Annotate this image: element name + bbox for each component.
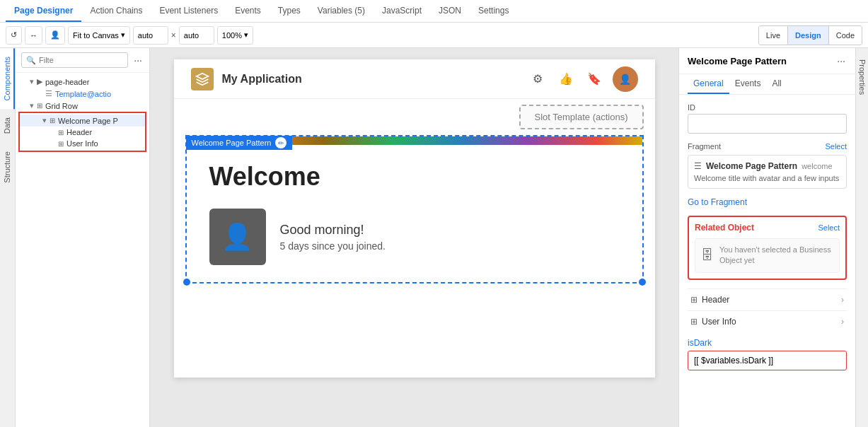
right-panel: Welcome Page Pattern ··· General Events …	[678, 48, 855, 427]
fragment-card: ☰ Welcome Page Pattern welcome Welcome t…	[688, 155, 847, 189]
like-icon[interactable]: 👍	[556, 69, 576, 89]
zoom-select[interactable]: 100% ▾	[217, 26, 253, 45]
user-info-chevron-icon: ›	[841, 317, 844, 327]
welcome-content: Welcome 👤 Good morning! 5 days since you…	[187, 145, 642, 282]
data-tab[interactable]: Data	[0, 109, 15, 142]
related-object-section: Related Object Select 🗄 You haven't sele…	[688, 216, 847, 280]
canvas-area: My Application ⚙ 👍 🔖 👤 Slot Template (ac…	[150, 48, 678, 427]
code-button[interactable]: Code	[829, 26, 862, 45]
right-panel-title: Welcome Page Pattern	[688, 56, 831, 66]
tab-types[interactable]: Types	[270, 0, 309, 22]
id-label: ID	[688, 103, 847, 112]
tab-javascript[interactable]: JavaScript	[374, 0, 430, 22]
user-stat: 5 days since you joined.	[280, 240, 386, 252]
fit-to-canvas-select[interactable]: Fit to Canvas ▾	[68, 26, 130, 45]
user-avatar[interactable]: 👤	[613, 66, 638, 92]
tree-item-grid-row[interactable]: ▾ ⊞ Grid Row	[16, 100, 149, 112]
id-input[interactable]	[688, 114, 847, 134]
tab-json[interactable]: JSON	[430, 0, 470, 22]
user-info-sub-label: User Info	[702, 317, 736, 327]
fragment-section: Fragment Select ☰ Welcome Page Pattern w…	[688, 142, 847, 189]
tab-action-chains[interactable]: Action Chains	[81, 0, 151, 22]
tab-settings[interactable]: Settings	[470, 0, 517, 22]
welcome-pattern-wrapper: Welcome Page Pattern ✏ Welcome 👤 Good mo…	[185, 135, 644, 283]
header-chevron-icon: ›	[841, 295, 844, 305]
tree-item-page-header[interactable]: ▾ ▶ page-header	[16, 76, 149, 88]
tab-page-designer[interactable]: Page Designer	[6, 0, 81, 22]
zoom-chevron-icon: ▾	[244, 30, 248, 40]
go-to-fragment-link[interactable]: Go to Fragment	[688, 197, 847, 207]
welcome-title: Welcome	[209, 162, 620, 192]
more-button[interactable]: ···	[132, 53, 144, 67]
user-info-icon: ⊞	[58, 140, 64, 148]
page-header-icon: ▶	[37, 77, 42, 86]
tree-item-header[interactable]: ⊞ Header	[20, 127, 145, 138]
slot-template-box: Slot Template (actions)	[519, 105, 644, 129]
right-panel-more-button[interactable]: ···	[835, 54, 847, 68]
app-header: My Application ⚙ 👍 🔖 👤	[174, 59, 655, 99]
slot-template-area: Slot Template (actions)	[174, 99, 655, 135]
sub-items-list: ⊞ Header › ⊞ User Info ›	[688, 288, 847, 332]
tab-events[interactable]: Events	[226, 0, 270, 22]
top-tab-bar: Page Designer Action Chains Event Listen…	[0, 0, 868, 23]
tab-event-listeners[interactable]: Event Listeners	[151, 0, 226, 22]
width-input[interactable]	[133, 26, 168, 45]
sub-item-header[interactable]: ⊞ Header ›	[688, 288, 847, 310]
id-field-row: ID	[688, 103, 847, 134]
person-button[interactable]: 👤	[45, 26, 65, 45]
bookmark-icon[interactable]: 🔖	[584, 69, 604, 89]
sub-item-user-info[interactable]: ⊞ User Info ›	[688, 310, 847, 332]
tree-item-template[interactable]: ☰ Template@actio	[16, 88, 149, 100]
vertical-tabs: Components Data Structure	[0, 48, 16, 427]
toolbar: ↺ ↔ 👤 Fit to Canvas ▾ × 100% ▾ Live Desi…	[0, 23, 868, 48]
app-title: My Application	[222, 73, 519, 86]
fragment-card-header: ☰ Welcome Page Pattern welcome	[694, 161, 840, 171]
edit-pattern-button[interactable]: ✏	[275, 137, 287, 148]
is-dark-label: isDark	[688, 338, 847, 348]
component-panel: 🔍 ··· ▾ ▶ page-header ☰ Template@actio	[16, 48, 150, 427]
live-button[interactable]: Live	[759, 26, 788, 45]
settings-icon[interactable]: ⚙	[528, 69, 548, 89]
components-tab[interactable]: Components	[0, 48, 15, 109]
right-panel-tabs: General Events All	[679, 74, 855, 95]
resize-handle-br[interactable]	[639, 279, 646, 286]
tree-arrow-grid-row: ▾	[30, 101, 37, 110]
search-box[interactable]: 🔍	[21, 52, 128, 68]
tree-item-welcome-page[interactable]: ▾ ⊞ Welcome Page P	[20, 115, 145, 127]
search-icon: 🔍	[26, 56, 36, 65]
header-icon: ⊞	[58, 129, 64, 136]
user-avatar-box: 👤	[209, 209, 266, 265]
design-button[interactable]: Design	[788, 26, 829, 45]
rp-tab-all[interactable]: All	[766, 74, 787, 94]
refresh-icon: ↺	[11, 30, 17, 40]
welcome-page-icon: ⊞	[50, 117, 55, 124]
structure-tab[interactable]: Structure	[0, 143, 15, 192]
resize-handle-bl[interactable]	[183, 279, 190, 286]
user-text: Good morning! 5 days since you joined.	[280, 223, 386, 252]
template-icon: ☰	[45, 89, 52, 98]
tab-variables[interactable]: Variables (5)	[309, 0, 374, 22]
app-header-icons: ⚙ 👍 🔖 👤	[528, 66, 638, 92]
fragment-card-tag: welcome	[802, 162, 832, 170]
refresh-button[interactable]: ↺	[6, 26, 22, 45]
tree-item-user-info[interactable]: ⊞ User Info	[20, 138, 145, 149]
canvas-frame: My Application ⚙ 👍 🔖 👤 Slot Template (ac…	[174, 59, 655, 378]
related-object-header: Related Object Select	[695, 223, 840, 233]
fragment-select-link[interactable]: Select	[825, 142, 847, 151]
app-logo	[191, 68, 214, 90]
user-info-card: 👤 Good morning! 5 days since you joined.	[209, 209, 620, 265]
height-input[interactable]	[179, 26, 214, 45]
fragment-card-icon: ☰	[694, 161, 702, 171]
rp-tab-general[interactable]: General	[688, 74, 729, 94]
right-panel-content: ID Fragment Select ☰ Welcome Page Patter…	[679, 95, 855, 427]
rp-tab-events[interactable]: Events	[729, 74, 767, 94]
placeholder-text: You haven't selected a Business Object y…	[719, 245, 833, 267]
panel-header: 🔍 ···	[16, 48, 149, 73]
user-greeting: Good morning!	[280, 223, 386, 238]
related-object-select-link[interactable]: Select	[818, 223, 840, 232]
is-dark-input[interactable]	[688, 351, 847, 370]
properties-tab-label[interactable]: Properties	[857, 54, 868, 100]
back-button[interactable]: ↔	[25, 26, 42, 45]
search-input[interactable]	[39, 56, 123, 64]
right-panel-header: Welcome Page Pattern ···	[679, 48, 855, 74]
